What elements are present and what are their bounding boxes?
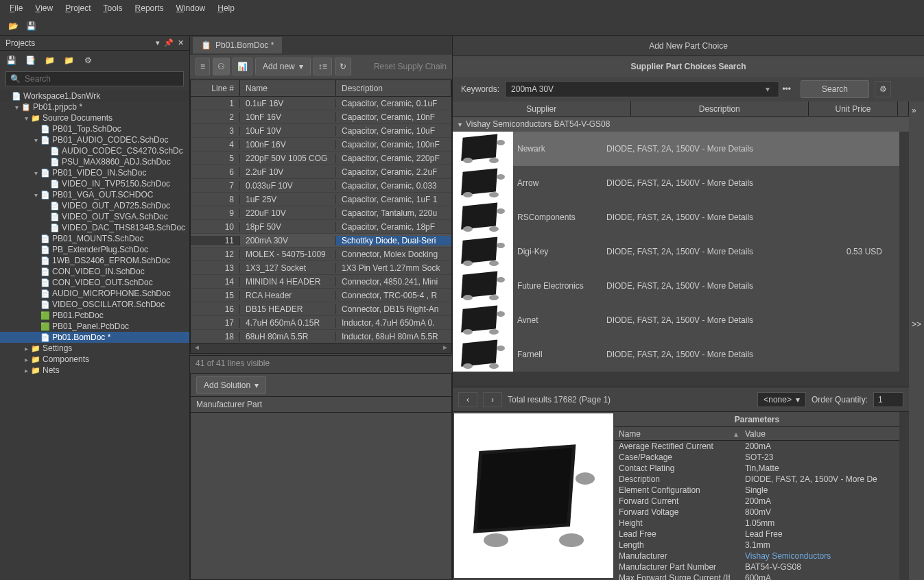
panel-close-icon[interactable]: ✕ [178, 38, 184, 47]
menu-file[interactable]: File [4, 2, 28, 14]
view-chart-button[interactable]: 📊 [233, 58, 252, 75]
menu-view[interactable]: View [29, 2, 58, 14]
bom-row[interactable]: 310uF 10VCapacitor, Ceramic, 10uF [191, 124, 451, 138]
tree-expand-icon[interactable]: ▾ [32, 191, 40, 199]
bom-h-scrollbar[interactable] [191, 343, 451, 353]
folder-add-icon[interactable]: 📁 [63, 55, 74, 66]
tree-item[interactable]: 🟩PB01_Panel.PcbDoc [0, 321, 189, 332]
expand-top-icon[interactable]: » [912, 106, 916, 115]
bom-row[interactable]: 9220uF 10VCapacitor, Tantalum, 220u [191, 206, 451, 220]
bom-row[interactable]: 10.1uF 16VCapacitor, Ceramic, 0.1uF [191, 97, 451, 110]
tree-item[interactable]: 📄PB01_MOUNTS.SchDoc [0, 233, 189, 244]
bom-row[interactable]: 4100nF 16VCapacitor, Ceramic, 100nF [191, 138, 451, 152]
tree-item[interactable]: ▸📁Settings [0, 343, 189, 354]
bom-row[interactable]: 12MOLEX - 54075-1009Connector, Molex Doc… [191, 247, 451, 261]
projects-search-input[interactable] [25, 74, 179, 84]
bom-col-name[interactable]: Name [240, 80, 336, 96]
add-solution-button[interactable]: Add Solution▾ [196, 376, 266, 394]
col-unit-price[interactable]: Unit Price [809, 101, 898, 116]
group-collapse-icon[interactable]: ▾ [458, 121, 462, 128]
bom-row[interactable]: 14MINIDIN 4 HEADERConnector, 4850.241, M… [191, 275, 451, 289]
tree-item[interactable]: 📄PSU_MAX8860_ADJ.SchDoc [0, 156, 189, 167]
tree-item[interactable]: 📄VIDEO_DAC_THS8134B.SchDoc [0, 222, 189, 233]
tree-expand-icon[interactable]: ▾ [32, 136, 40, 144]
tree-item[interactable]: ▸📁Components [0, 354, 189, 365]
tree-expand-icon[interactable]: ▸ [22, 367, 30, 374]
tree-item[interactable]: 📄PB01_Top.SchDoc [0, 123, 189, 134]
tree-item[interactable]: 📄Workspace1.DsnWrk [0, 90, 189, 101]
keywords-more-icon[interactable]: ••• [778, 84, 795, 94]
add-new-button[interactable]: Add new▾ [255, 58, 311, 75]
tree-expand-icon[interactable]: ▾ [12, 104, 21, 111]
supplier-row[interactable]: AvnetDIODE, FAST, 2A, 1500V - More Detai… [453, 303, 909, 337]
tree-expand-icon[interactable]: ▾ [32, 169, 40, 177]
sort-button[interactable]: ↕≡ [313, 58, 332, 75]
bom-row[interactable]: 174.7uH 650mA 0.15RInductor, 4.7uH 650mA… [191, 316, 451, 330]
tree-expand-icon[interactable]: ▾ [22, 114, 30, 122]
bom-row[interactable]: 1018pF 50VCapacitor, Ceramic, 18pF [191, 220, 451, 234]
tree-item[interactable]: ▾📁Source Documents [0, 112, 189, 123]
supplier-row[interactable]: ArrowDIODE, FAST, 2A, 1500V - More Detai… [453, 166, 909, 200]
tree-item[interactable]: 🟩PB01.PcbDoc [0, 310, 189, 321]
tree-item[interactable]: 📄Pb01.BomDoc * [0, 332, 189, 343]
menu-tools[interactable]: Tools [98, 2, 128, 14]
bom-col-line[interactable]: Line # [191, 80, 240, 96]
param-sort-icon[interactable]: ▴ [730, 427, 741, 440]
tree-item[interactable]: 📄VIDEO_OSCILLATOR.SchDoc [0, 299, 189, 310]
tree-expand-icon[interactable]: ▸ [22, 356, 30, 363]
col-supplier[interactable]: Supplier [453, 101, 631, 116]
keywords-dropdown-icon[interactable]: ▾ [766, 84, 770, 94]
tree-item[interactable]: ▾📄PB01_VIDEO_IN.SchDoc [0, 167, 189, 178]
supplier-row[interactable]: NewarkDIODE, FAST, 2A, 1500V - More Deta… [453, 132, 909, 166]
bom-row[interactable]: 210nF 16VCapacitor, Ceramic, 10nF [191, 110, 451, 124]
tree-expand-icon[interactable]: ▸ [22, 345, 30, 352]
param-value[interactable]: Vishay Semiconductors [741, 551, 899, 561]
panel-pin-icon[interactable]: 📌 [164, 38, 174, 47]
bom-row[interactable]: 62.2uF 10VCapacitor, Ceramic, 2.2uF [191, 165, 451, 179]
folder-icon[interactable]: 📁 [44, 55, 55, 66]
bom-row[interactable]: 81uF 25VCapacitor, Ceramic, 1uF 1 [191, 193, 451, 206]
tree-item[interactable]: ▾📄PB01_VGA_OUT.SCHDOC [0, 189, 189, 200]
bom-row[interactable]: 11200mA 30VSchottky Diode, Dual-Seri [191, 234, 451, 247]
bom-col-desc[interactable]: Description [336, 80, 451, 96]
view-tree-button[interactable]: ⚇ [213, 58, 230, 75]
search-settings-button[interactable]: ⚙ [875, 81, 891, 97]
open-icon[interactable]: 📂 [7, 20, 19, 32]
tree-item[interactable]: 📄CON_VIDEO_OUT.SchDoc [0, 277, 189, 288]
gear-icon[interactable]: ⚙ [82, 55, 93, 66]
document-tab[interactable]: 📋 Pb01.BomDoc * [193, 37, 282, 53]
supplier-row[interactable]: Future ElectronicsDIODE, FAST, 2A, 1500V… [453, 269, 909, 303]
tree-item[interactable]: 📄1WB_DS2406_EPROM.SchDoc [0, 255, 189, 266]
bom-row[interactable]: 15RCA HeaderConnector, TRC-005-4 , R [191, 289, 451, 302]
bom-row[interactable]: 70.033uF 10VCapacitor, Ceramic, 0.033 [191, 179, 451, 193]
save-icon[interactable]: 💾 [25, 20, 37, 32]
bookmark-tab[interactable] [897, 81, 916, 97]
view-list-button[interactable]: ≡ [196, 58, 210, 75]
order-qty-input[interactable]: 1 [873, 392, 903, 407]
tree-item[interactable]: ▾📄PB01_AUDIO_CODEC.SchDoc [0, 134, 189, 145]
manufacturer-part-header[interactable]: Manufacturer Part [190, 396, 452, 413]
col-description[interactable]: Description [631, 101, 809, 116]
bom-row[interactable]: 1868uH 80mA 5.5RInductor, 68uH 80mA 5.5R [191, 330, 451, 343]
supplier-row[interactable]: RSComponentsDIODE, FAST, 2A, 1500V - Mor… [453, 200, 909, 234]
keywords-input[interactable] [505, 81, 779, 97]
param-col-name[interactable]: Name [615, 427, 730, 440]
projects-search[interactable]: 🔍 [5, 71, 184, 86]
refresh-button[interactable]: ↻ [335, 58, 351, 75]
menu-project[interactable]: Project [60, 2, 96, 14]
results-v-scrollbar[interactable] [899, 132, 909, 387]
param-col-value[interactable]: Value [741, 427, 899, 440]
expand-mid-icon[interactable]: >> [912, 319, 921, 329]
save-icon[interactable]: 💾 [5, 55, 16, 66]
menu-help[interactable]: Help [212, 2, 240, 14]
bom-row[interactable]: 16DB15 HEADERConnector, DB15 Right-An [191, 302, 451, 316]
pager-prev-button[interactable]: ‹ [458, 392, 477, 407]
tree-item[interactable]: ▾📋Pb01.prjpcb * [0, 101, 189, 112]
tree-item[interactable]: 📄VIDEO_OUT_SVGA.SchDoc [0, 211, 189, 222]
params-v-scrollbar[interactable] [899, 412, 909, 580]
tree-item[interactable]: 📄AUDIO_CODEC_CS4270.SchDc [0, 145, 189, 156]
menu-reports[interactable]: Reports [130, 2, 169, 14]
pager-filter-select[interactable]: <none>▾ [757, 392, 806, 407]
supplier-row[interactable]: Digi-KeyDIODE, FAST, 2A, 1500V - More De… [453, 234, 909, 269]
pager-next-button[interactable]: › [483, 392, 502, 407]
